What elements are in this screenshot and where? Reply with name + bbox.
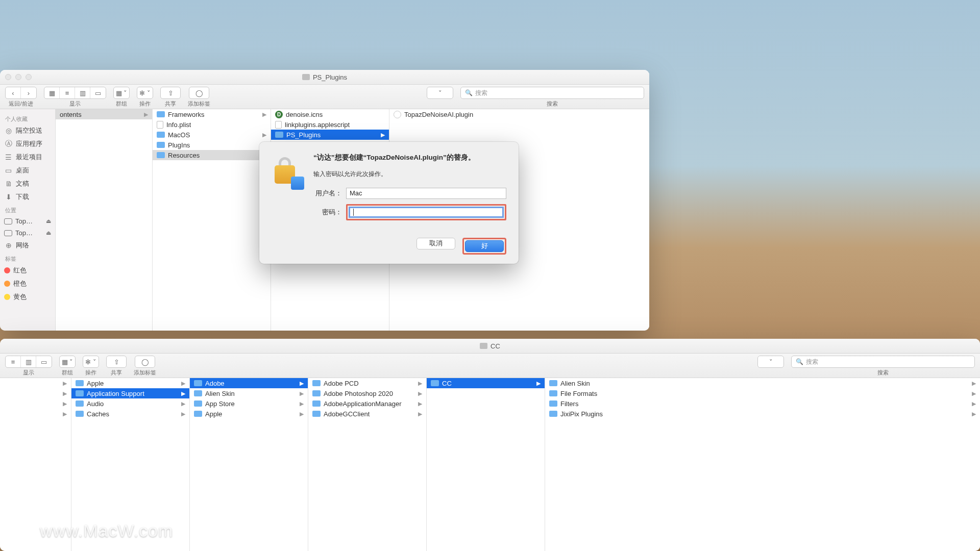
- list-item[interactable]: Frameworks▶: [153, 109, 271, 119]
- close-dot[interactable]: [5, 74, 11, 80]
- list-item[interactable]: MacOS▶: [153, 130, 271, 140]
- list-item[interactable]: ▶: [0, 398, 71, 409]
- sidebar-tag-red[interactable]: 红色: [0, 264, 55, 277]
- chevron-right-icon: ▶: [972, 390, 976, 397]
- list-view[interactable]: ≡: [6, 356, 21, 367]
- folder-icon: [157, 152, 165, 158]
- list-item[interactable]: ▶: [0, 378, 71, 388]
- column-1[interactable]: Apple▶ Application Support▶ Audio▶ Cache…: [71, 378, 190, 551]
- minimize-dot[interactable]: [15, 74, 21, 80]
- list-item[interactable]: ▶: [0, 388, 71, 398]
- list-item[interactable]: File Formats▶: [545, 388, 980, 398]
- column-2[interactable]: Adobe▶ Alien Skin▶ App Store▶ Apple▶: [190, 378, 308, 551]
- tags-button[interactable]: ◯: [189, 87, 209, 99]
- tags-button[interactable]: ◯: [135, 356, 155, 368]
- gallery-view[interactable]: ▭: [90, 87, 106, 98]
- icon-view[interactable]: ▦: [44, 87, 60, 98]
- nav-back-forward[interactable]: ‹ ›: [5, 87, 37, 99]
- list-item[interactable]: Apple▶: [71, 378, 189, 388]
- sidebar-volume-2[interactable]: Top…⏏: [0, 227, 55, 239]
- path-menu[interactable]: ˅: [757, 356, 784, 368]
- search-label: 搜索: [547, 100, 558, 108]
- action-menu[interactable]: ✻ ˅: [83, 356, 99, 368]
- sidebar-desktop[interactable]: ▭桌面: [0, 164, 55, 177]
- share-label: 共享: [165, 100, 176, 108]
- action-menu[interactable]: ✻ ˅: [137, 87, 153, 99]
- view-switcher[interactable]: ▦ ≡ ▥ ▭: [44, 87, 106, 99]
- back-button[interactable]: ‹: [6, 87, 21, 98]
- eject-icon[interactable]: ⏏: [46, 230, 51, 236]
- search-field[interactable]: 🔍 搜索: [460, 87, 644, 99]
- list-view[interactable]: ≡: [60, 87, 75, 98]
- cancel-button[interactable]: 取消: [416, 238, 455, 249]
- chevron-right-icon: ▶: [63, 390, 67, 397]
- sidebar-network[interactable]: ⊕网络: [0, 239, 55, 252]
- column-5[interactable]: Alien Skin▶ File Formats▶ Filters▶ JixiP…: [545, 378, 980, 551]
- folder-icon: [76, 400, 84, 407]
- sidebar-documents[interactable]: 🗎文稿: [0, 177, 55, 190]
- list-item[interactable]: ▶: [0, 409, 71, 419]
- forward-button[interactable]: ›: [21, 87, 36, 98]
- lock-icon: [272, 153, 302, 189]
- folder-icon: [549, 380, 557, 386]
- list-item[interactable]: Alien Skin▶: [545, 378, 980, 388]
- sidebar-applications[interactable]: Ⓐ应用程序: [0, 137, 55, 151]
- share-button[interactable]: ⇧: [160, 87, 181, 99]
- folder-icon: [194, 380, 202, 386]
- column-view[interactable]: ▥: [21, 356, 36, 367]
- list-item[interactable]: AdobeGCClient▶: [308, 409, 426, 419]
- list-item[interactable]: Adobe PCD▶: [308, 378, 426, 388]
- list-item[interactable]: Apple▶: [190, 409, 308, 419]
- column-view[interactable]: ▥: [75, 87, 90, 98]
- list-item[interactable]: PlugIns▶: [153, 140, 271, 150]
- column-0[interactable]: ▶ ▶ ▶ ▶: [0, 378, 71, 551]
- gallery-view[interactable]: ▭: [36, 356, 52, 367]
- downloads-icon: ⬇: [4, 193, 13, 202]
- group-menu[interactable]: ▦ ˅: [113, 87, 130, 99]
- list-item[interactable]: Ddenoise.icns: [271, 109, 389, 119]
- list-item[interactable]: TopazDeNoiseAI.plugin: [389, 109, 649, 119]
- list-item[interactable]: CC▶: [427, 378, 545, 388]
- list-item[interactable]: Application Support▶: [71, 388, 189, 398]
- username-field[interactable]: Mac: [346, 188, 506, 199]
- list-item[interactable]: Alien Skin▶: [190, 388, 308, 398]
- folder-icon: [194, 411, 202, 417]
- zoom-dot[interactable]: [26, 74, 32, 80]
- column-4[interactable]: CC▶: [427, 378, 545, 551]
- sidebar-airdrop[interactable]: ◎隔空投送: [0, 124, 55, 137]
- list-item[interactable]: Audio▶: [71, 398, 189, 409]
- list-item[interactable]: Info.plist: [153, 119, 271, 130]
- list-item[interactable]: Adobe Photoshop 2020▶: [308, 388, 426, 398]
- titlebar[interactable]: PS_Plugins: [0, 70, 649, 85]
- list-item[interactable]: ontents▶: [56, 109, 152, 119]
- list-item[interactable]: App Store▶: [190, 398, 308, 409]
- ok-button[interactable]: 好: [465, 240, 504, 252]
- list-item[interactable]: JixiPix Plugins▶: [545, 409, 980, 419]
- view-switcher[interactable]: ≡ ▥ ▭: [5, 356, 52, 368]
- list-item[interactable]: linkplugins.applescript: [271, 119, 389, 130]
- eject-icon[interactable]: ⏏: [46, 218, 51, 224]
- sidebar-volume-1[interactable]: Top…⏏: [0, 215, 55, 227]
- list-item[interactable]: Adobe▶: [190, 378, 308, 388]
- path-menu[interactable]: ˅: [427, 87, 453, 99]
- list-item[interactable]: PS_Plugins▶: [271, 130, 389, 140]
- group-menu[interactable]: ▦ ˅: [59, 356, 76, 368]
- search-field[interactable]: 🔍搜索: [791, 356, 975, 368]
- titlebar[interactable]: CC: [0, 339, 980, 354]
- sidebar: 个人收藏 ◎隔空投送 Ⓐ应用程序 ☰最近项目 ▭桌面 🗎文稿 ⬇下载 位置 To…: [0, 109, 56, 331]
- list-item[interactable]: AdobeApplicationManager▶: [308, 398, 426, 409]
- column-1[interactable]: ontents▶: [56, 109, 153, 331]
- column-2[interactable]: Frameworks▶ Info.plist MacOS▶ PlugIns▶ R…: [153, 109, 271, 331]
- list-item[interactable]: Resources▶: [153, 150, 271, 160]
- list-item[interactable]: Caches▶: [71, 409, 189, 419]
- chevron-right-icon: ▶: [300, 400, 304, 407]
- tags-label: 添加标签: [188, 100, 210, 108]
- share-button[interactable]: ⇧: [106, 356, 127, 368]
- password-field[interactable]: [349, 207, 504, 218]
- sidebar-recents[interactable]: ☰最近项目: [0, 151, 55, 164]
- list-item[interactable]: Filters▶: [545, 398, 980, 409]
- column-3[interactable]: Adobe PCD▶ Adobe Photoshop 2020▶ AdobeAp…: [308, 378, 427, 551]
- sidebar-downloads[interactable]: ⬇下载: [0, 190, 55, 204]
- sidebar-tag-yellow[interactable]: 黄色: [0, 290, 55, 304]
- sidebar-tag-orange[interactable]: 橙色: [0, 277, 55, 290]
